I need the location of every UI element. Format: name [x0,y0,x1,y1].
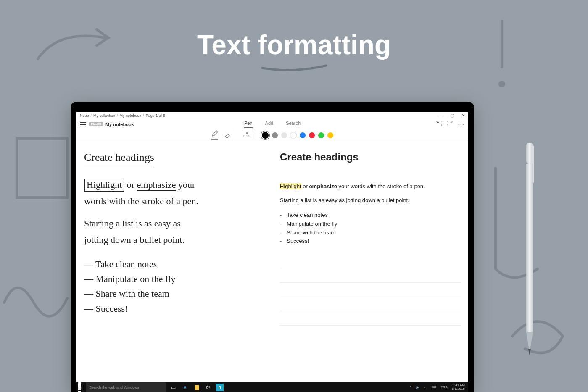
note-page[interactable]: Create headings Highlight or emphasize y… [76,141,468,392]
stylus-pen [523,143,536,357]
taskbar-search-input[interactable]: Search the web and Windows [86,382,166,392]
hw-list-item: — Take clean notes [84,257,265,271]
crumb-3[interactable]: Page 1 of 5 [146,113,165,118]
color-gray[interactable] [272,132,278,138]
svg-rect-4 [526,164,533,332]
app-screen: Nebo/ My collection/ My notebook/ Page 1… [76,112,468,392]
typed-list-item: Take clean notes [280,211,461,220]
start-button[interactable] [76,379,86,392]
toolbar: EN-US My notebook Pen Add Search ··· [76,119,468,129]
typed-para-2: Starting a list is as easy as jotting do… [280,197,461,203]
tray-battery-icon[interactable]: ▭ [424,385,427,389]
hw-highlight-word: Highlight [84,179,124,192]
svg-marker-6 [528,349,531,355]
color-picker [262,132,333,139]
bg-letter-scribble-1 [13,134,76,210]
hamburger-menu-icon[interactable] [80,122,86,126]
hw-list: — Take clean notes — Manipulate on the f… [84,257,265,316]
hw-emphasize-word: emphasize [137,179,176,191]
redo-button[interactable] [447,121,453,127]
stroke-width-label: 0.35 [243,134,250,138]
handwriting-column[interactable]: Create headings Highlight or emphasize y… [76,141,272,392]
mode-tabs: Pen Add Search [244,121,301,128]
crumb-0[interactable]: Nebo [80,113,89,118]
typed-list-item: Success! [280,237,461,246]
pen-options-bar: 0.35 [76,129,468,141]
typed-emphasize-word: emphasize [309,183,337,189]
color-white[interactable] [290,132,296,138]
file-explorer-icon[interactable]: ▇ [192,384,201,391]
hw-list-item: — Success! [84,301,265,316]
promo-underline [261,63,328,73]
typed-para-1: Highlight or emphasize your words with t… [280,183,461,189]
tray-chevron-icon[interactable]: ˄ [410,385,411,389]
tray-keyboard-icon[interactable]: ⌨ [432,385,437,389]
taskbar-search-placeholder: Search the web and Windows [89,385,139,389]
taskbar-clock[interactable]: 9:41 AM 6/1/2016 [452,384,465,391]
window-close-button[interactable]: ✕ [461,113,465,118]
eraser-tool-icon[interactable] [224,132,231,139]
color-blue[interactable] [300,132,306,138]
color-light[interactable] [281,132,287,138]
hw-line-4: jotting down a bullet point. [84,233,265,247]
typed-column: Create headings Highlight or emphasize y… [272,141,468,392]
blank-ruled-lines [280,254,461,326]
tablet-frame: Nebo/ My collection/ My notebook/ Page 1… [71,102,474,392]
more-menu-icon[interactable]: ··· [458,121,465,127]
typed-list-item: Manipulate on the fly [280,220,461,229]
window-maximize-button[interactable]: ▢ [450,113,454,118]
hw-list-item: — Manipulate on the fly [84,271,265,286]
tray-volume-icon[interactable]: 🔈 [416,385,420,389]
promo-title: Text formatting [0,29,588,61]
hw-list-item: — Share with the team [84,286,265,301]
crumb-1[interactable]: My collection [93,113,115,118]
color-red[interactable] [309,132,315,138]
undo-button[interactable] [436,121,442,127]
store-icon[interactable]: 🛍 [204,384,213,391]
tab-add[interactable]: Add [265,121,274,128]
windows-taskbar: Search the web and Windows ▭ e ▇ 🛍 n ˄ 🔈… [76,382,468,392]
svg-point-0 [498,81,505,87]
typed-highlight-word: Highlight [280,183,301,189]
taskbar-pinned-apps: ▭ e ▇ 🛍 n [169,382,224,392]
notebook-title: My notebook [105,122,134,127]
typed-heading: Create headings [280,151,461,163]
hw-heading: Create headings [84,151,154,166]
svg-rect-1 [17,139,67,197]
typed-list-item: Share with the team [280,229,461,237]
color-black[interactable] [262,132,269,139]
tray-language[interactable]: FRA [441,385,448,389]
tab-search[interactable]: Search [286,121,301,128]
color-green[interactable] [318,132,324,138]
stroke-width-picker[interactable]: 0.35 [240,132,254,138]
language-badge[interactable]: EN-US [89,122,103,126]
edge-icon[interactable]: e [181,384,189,391]
task-view-icon[interactable]: ▭ [169,384,177,391]
typed-list: Take clean notes Manipulate on the fly S… [280,211,461,246]
nebo-app-icon[interactable]: n [216,384,224,391]
hw-line-3: Starting a list is as easy as [84,216,265,230]
hw-line-2: words with the stroke of a pen. [84,194,265,208]
pen-tool-icon[interactable] [211,130,218,140]
tab-pen[interactable]: Pen [244,121,253,128]
window-minimize-button[interactable]: — [438,113,443,118]
bg-letter-scribble-2 [0,248,76,332]
titlebar: Nebo/ My collection/ My notebook/ Page 1… [76,112,468,119]
color-yellow[interactable] [327,132,333,138]
crumb-2[interactable]: My notebook [120,113,142,118]
